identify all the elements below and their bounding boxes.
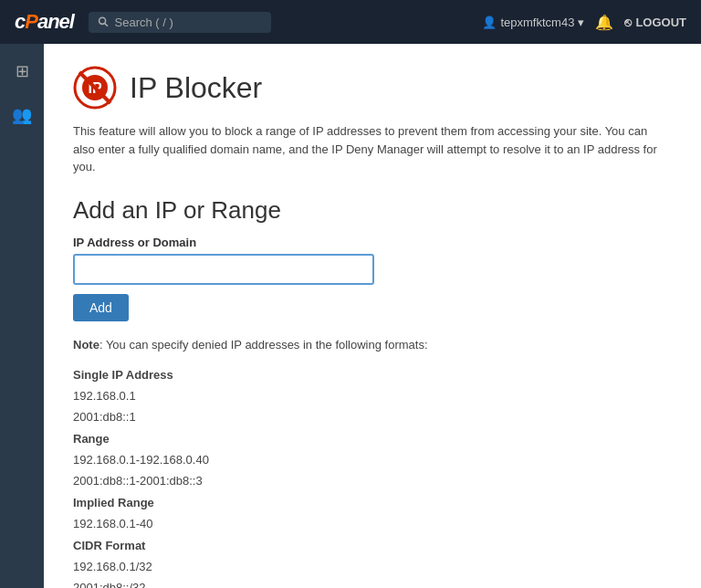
chevron-down-icon: ▾ <box>578 16 584 29</box>
form-section-title: Add an IP or Range <box>73 196 672 225</box>
main-layout: ⊞ 👥 IP IP Blocker This feature will allo… <box>0 44 701 588</box>
ip-blocker-icon: IP <box>73 66 117 110</box>
user-icon: 👤 <box>482 16 497 29</box>
format-label-3: CIDR Format <box>73 535 672 556</box>
format-label-0: Single IP Address <box>73 364 672 385</box>
ip-input-label: IP Address or Domain <box>73 236 672 249</box>
format-label-2: Implied Range <box>73 492 672 513</box>
user-menu[interactable]: 👤 tepxmfktcm43 ▾ <box>482 16 584 29</box>
search-box[interactable] <box>89 12 271 33</box>
note-text: : You can specify denied IP addresses in… <box>99 338 428 352</box>
sidebar: ⊞ 👥 <box>0 44 44 588</box>
format-value-0-0: 192.168.0.1 <box>73 385 672 406</box>
logout-button[interactable]: ⎋ LOGOUT <box>624 16 686 29</box>
format-value-1-1: 2001:db8::1-2001:db8::3 <box>73 470 672 491</box>
note-bold-label: Note <box>73 338 99 352</box>
search-icon <box>98 16 110 28</box>
main-content: IP IP Blocker This feature will allow yo… <box>44 44 701 588</box>
username: tepxmfktcm43 <box>500 16 574 29</box>
formats-list: Single IP Address 192.168.0.1 2001:db8::… <box>73 364 672 589</box>
format-label-1: Range <box>73 428 672 449</box>
svg-point-0 <box>99 17 106 24</box>
logout-icon: ⎋ <box>624 16 632 29</box>
note-section: Note: You can specify denied IP addresse… <box>73 338 672 352</box>
svg-line-1 <box>105 24 108 26</box>
sidebar-grid-icon[interactable]: ⊞ <box>5 55 38 88</box>
search-input[interactable] <box>115 16 262 29</box>
format-value-0-1: 2001:db8::1 <box>73 406 672 427</box>
format-value-2-0: 192.168.0.1-40 <box>73 513 672 534</box>
format-value-1-0: 192.168.0.1-192.168.0.40 <box>73 449 672 470</box>
topnav-right-section: 👤 tepxmfktcm43 ▾ 🔔 ⎋ LOGOUT <box>482 14 686 31</box>
sidebar-users-icon[interactable]: 👥 <box>5 99 38 131</box>
format-value-3-0: 192.168.0.1/32 <box>73 556 672 577</box>
cpanel-logo: cPanel <box>15 10 74 34</box>
format-value-3-1: 2001:db8::/32 <box>73 577 672 588</box>
page-title: IP Blocker <box>130 71 262 105</box>
top-navigation: cPanel 👤 tepxmfktcm43 ▾ 🔔 ⎋ LOGOUT <box>0 0 701 44</box>
page-header: IP IP Blocker <box>73 66 672 110</box>
add-button[interactable]: Add <box>73 294 129 321</box>
ip-address-input[interactable] <box>73 254 374 285</box>
page-description: This feature will allow you to block a r… <box>73 122 672 176</box>
notifications-bell[interactable]: 🔔 <box>595 14 613 31</box>
